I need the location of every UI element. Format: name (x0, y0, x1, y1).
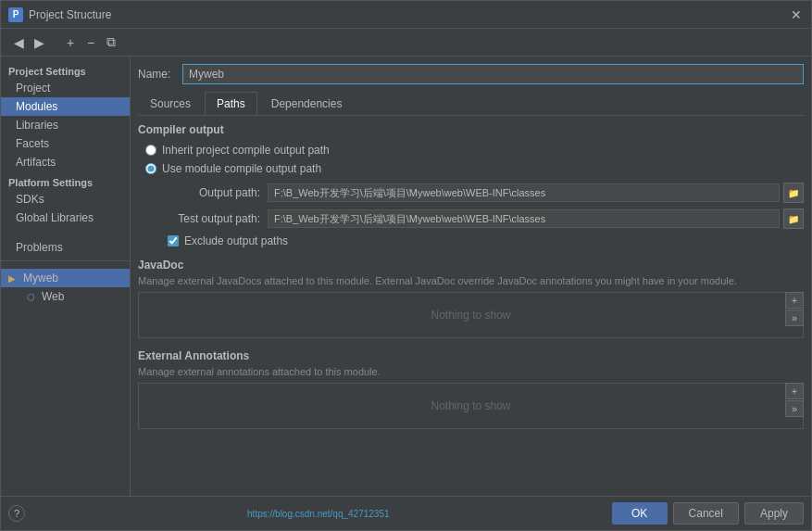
external-annotations-expand-button[interactable]: » (785, 400, 804, 417)
exclude-checkbox-row: Exclude output paths (138, 234, 804, 247)
tab-sources[interactable]: Sources (138, 92, 203, 115)
external-annotations-nothing-box: Nothing to show + » (138, 383, 804, 429)
name-row: Name: (138, 64, 804, 84)
output-path-label: Output path: (168, 186, 260, 199)
sidebar-item-global-libraries[interactable]: Global Libraries (1, 209, 130, 227)
external-annotations-title: External Annotations (138, 349, 804, 362)
inherit-radio[interactable] (145, 145, 156, 156)
javadoc-section: JavaDoc Manage external JavaDocs attache… (138, 259, 804, 338)
external-annotations-btn-group: + » (785, 383, 804, 418)
javadoc-btn-group: + » (785, 292, 804, 327)
tree-item-label: Myweb (23, 272, 58, 284)
inherit-radio-row: Inherit project compile output path (138, 144, 804, 157)
javadoc-nothing-text: Nothing to show (431, 309, 510, 322)
help-button[interactable]: ? (8, 505, 25, 522)
module-tree: ▶ Myweb ⬡ Web (1, 260, 130, 310)
radio-group: Inherit project compile output path Use … (138, 144, 804, 175)
sidebar-item-sdks[interactable]: SDKs (1, 190, 130, 209)
javadoc-list-container: Nothing to show + » (138, 292, 804, 338)
nav-back-button[interactable]: ◀ (8, 32, 29, 53)
project-settings-label: Project Settings (1, 60, 130, 79)
sidebar: Project Settings Project Modules Librari… (1, 57, 131, 496)
tree-item-web[interactable]: ⬡ Web (1, 287, 130, 306)
exclude-checkbox-label: Exclude output paths (184, 234, 288, 247)
output-path-browse-button[interactable]: 📁 (783, 183, 804, 203)
exclude-checkbox[interactable] (168, 235, 179, 247)
test-output-path-row: Test output path: 📁 (138, 209, 804, 229)
footer: ? https://blog.csdn.net/qq_42712351 OK C… (1, 496, 811, 530)
javadoc-title: JavaDoc (138, 259, 804, 272)
tree-item-myweb[interactable]: ▶ Myweb (1, 269, 130, 287)
inherit-radio-label: Inherit project compile output path (162, 144, 330, 157)
external-annotations-section: External Annotations Manage external ann… (138, 349, 804, 429)
javadoc-nothing-box: Nothing to show + » (138, 292, 804, 338)
use-module-radio-row: Use module compile output path (138, 162, 804, 175)
dialog-title: Project Structure (29, 8, 789, 21)
module-icon: ⬡ (23, 289, 38, 304)
javadoc-add-button[interactable]: + (785, 292, 804, 309)
name-label: Name: (138, 68, 175, 81)
tab-dependencies[interactable]: Dependencies (259, 92, 355, 115)
use-module-radio-label: Use module compile output path (162, 162, 321, 175)
sidebar-item-facets[interactable]: Facets (1, 134, 130, 153)
javadoc-expand-button[interactable]: » (785, 310, 804, 326)
use-module-radio[interactable] (145, 163, 156, 174)
project-structure-dialog: P Project Structure ✕ ◀ ▶ + − ⧉ Project … (0, 0, 812, 531)
close-button[interactable]: ✕ (789, 7, 804, 22)
tree-item-web-label: Web (42, 290, 64, 303)
title-bar: P Project Structure ✕ (1, 1, 811, 29)
platform-settings-label: Platform Settings (1, 171, 130, 190)
toolbar: ◀ ▶ + − ⧉ (1, 29, 811, 57)
external-annotations-description: Manage external annotations attached to … (138, 366, 804, 377)
test-output-path-input[interactable] (268, 209, 780, 228)
external-annotations-add-button[interactable]: + (785, 383, 804, 399)
name-input[interactable] (182, 64, 804, 84)
panel-content: Compiler output Inherit project compile … (138, 123, 804, 488)
footer-link[interactable]: https://blog.csdn.net/qq_42712351 (247, 509, 389, 519)
output-path-input[interactable] (268, 183, 780, 202)
test-output-path-label: Test output path: (168, 212, 260, 225)
main-content: Project Settings Project Modules Librari… (1, 57, 811, 496)
nav-forward-button[interactable]: ▶ (29, 32, 49, 53)
sidebar-item-libraries[interactable]: Libraries (1, 116, 130, 134)
compiler-output-title: Compiler output (138, 123, 804, 136)
tabs: Sources Paths Dependencies (138, 92, 804, 116)
output-path-row: Output path: 📁 (138, 183, 804, 203)
apply-button[interactable]: Apply (744, 502, 804, 525)
external-annotations-list-container: Nothing to show + » (138, 383, 804, 429)
cancel-button[interactable]: Cancel (673, 502, 739, 525)
compiler-output-section: Compiler output Inherit project compile … (138, 123, 804, 247)
javadoc-description: Manage external JavaDocs attached to thi… (138, 275, 804, 286)
ok-button[interactable]: OK (612, 502, 668, 525)
sidebar-item-project[interactable]: Project (1, 79, 130, 97)
tab-paths[interactable]: Paths (205, 92, 257, 115)
app-icon: P (8, 7, 23, 22)
add-button[interactable]: + (60, 32, 81, 53)
sidebar-item-modules[interactable]: Modules (1, 97, 130, 116)
right-panel: Name: Sources Paths Dependencies Co (131, 57, 811, 496)
test-output-path-browse-button[interactable]: 📁 (783, 209, 804, 229)
external-annotations-nothing-text: Nothing to show (431, 399, 510, 412)
sidebar-item-artifacts[interactable]: Artifacts (1, 153, 130, 171)
remove-button[interactable]: − (81, 32, 101, 53)
folder-icon: ▶ (5, 271, 19, 285)
copy-button[interactable]: ⧉ (101, 32, 121, 53)
sidebar-item-problems[interactable]: Problems (1, 238, 130, 257)
